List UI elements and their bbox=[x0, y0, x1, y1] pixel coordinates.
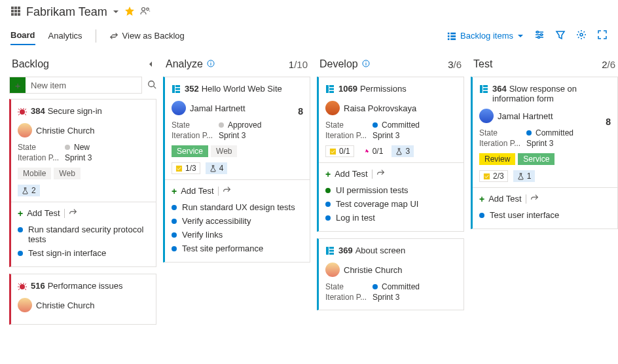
card-384[interactable]: 384Secure sign-in Christie Church StateN… bbox=[9, 99, 156, 267]
team-name[interactable]: Fabrikam Team bbox=[26, 5, 107, 19]
test-item[interactable]: Verify links bbox=[172, 228, 303, 242]
card-516[interactable]: 516Performance issues Christie Church bbox=[9, 274, 156, 325]
info-icon[interactable] bbox=[207, 58, 215, 70]
field-label: Iteration P... bbox=[325, 293, 373, 302]
settings-sliders-icon[interactable] bbox=[534, 29, 545, 42]
test-status-dot bbox=[172, 246, 177, 251]
tag[interactable]: Service bbox=[172, 145, 208, 157]
state-value: Committed bbox=[382, 282, 420, 291]
test-status-dot bbox=[479, 213, 484, 218]
card-1069[interactable]: 1069Permissions Raisa Pokrovskaya StateC… bbox=[317, 77, 464, 232]
assignee[interactable]: Christie Church bbox=[325, 263, 457, 277]
tag[interactable]: Review bbox=[479, 153, 515, 165]
test-item[interactable]: Test sign-in interface bbox=[18, 246, 149, 260]
effort-badge: 8 bbox=[606, 117, 611, 127]
collapse-icon[interactable] bbox=[147, 58, 154, 70]
field-label: State bbox=[479, 128, 526, 137]
test-item[interactable]: Run standard UX design tests bbox=[172, 200, 303, 214]
test-count-chip[interactable]: 2 bbox=[18, 185, 40, 196]
assignee-name: Jamal Hartnett bbox=[190, 103, 245, 113]
svg-rect-8 bbox=[18, 13, 20, 16]
card-title-text: 352Hello World Web Site bbox=[185, 84, 282, 94]
favorite-star-icon[interactable] bbox=[124, 6, 135, 18]
assignee[interactable]: Jamal Hartnett bbox=[479, 109, 611, 123]
card-364[interactable]: 364Slow response on information form 8 J… bbox=[471, 77, 618, 229]
state-dot bbox=[526, 130, 532, 136]
test-item[interactable]: Verify accessibility bbox=[172, 214, 303, 228]
search-icon[interactable] bbox=[147, 80, 156, 91]
tag[interactable]: Web bbox=[211, 145, 237, 157]
team-members-icon[interactable] bbox=[140, 6, 151, 18]
test-item[interactable]: UI permission tests bbox=[325, 183, 457, 197]
task-chip[interactable]: 1/3 bbox=[172, 162, 200, 174]
test-item[interactable]: Test site performance bbox=[172, 242, 303, 255]
add-test-button[interactable]: +Add Test bbox=[172, 185, 303, 196]
tag[interactable]: Service bbox=[518, 153, 554, 165]
svg-rect-41 bbox=[483, 85, 488, 87]
info-icon[interactable] bbox=[362, 58, 370, 70]
effort-badge: 8 bbox=[298, 106, 303, 117]
task-chip[interactable]: 2/3 bbox=[479, 170, 508, 182]
add-test-button[interactable]: +Add Test bbox=[479, 193, 611, 204]
view-as-backlog[interactable]: View as Backlog bbox=[109, 31, 185, 41]
arrows-icon[interactable] bbox=[530, 193, 539, 204]
task-chip[interactable]: 0/1 bbox=[325, 145, 354, 157]
test-item[interactable]: Test user interface bbox=[479, 208, 611, 222]
column-counter: 1/10 bbox=[289, 59, 308, 70]
test-status-dot bbox=[18, 227, 23, 232]
flask-chip[interactable]: 3 bbox=[391, 145, 414, 157]
separator bbox=[96, 29, 96, 43]
view-as-label: View as Backlog bbox=[122, 31, 185, 41]
bug-icon bbox=[18, 106, 27, 118]
svg-rect-12 bbox=[448, 35, 450, 37]
assignee[interactable]: Jamal Hartnett bbox=[172, 101, 303, 115]
svg-rect-32 bbox=[329, 85, 334, 87]
arrows-icon[interactable] bbox=[223, 185, 232, 196]
card-352[interactable]: 352Hello World Web Site 8 Jamal Hartnett… bbox=[163, 77, 310, 263]
svg-rect-13 bbox=[448, 38, 450, 40]
svg-point-18 bbox=[541, 34, 543, 36]
column-test: Test 2/6 364Slow response on information… bbox=[471, 54, 618, 331]
state-dot bbox=[219, 122, 224, 128]
assignee[interactable]: Christie Church bbox=[18, 123, 149, 137]
tag[interactable]: Web bbox=[54, 168, 80, 179]
svg-rect-43 bbox=[483, 91, 488, 93]
state-value: Committed bbox=[382, 120, 420, 130]
test-item[interactable]: Test coverage map UI bbox=[325, 197, 457, 211]
pbi-icon bbox=[325, 84, 335, 96]
avatar bbox=[18, 298, 32, 312]
add-test-button[interactable]: +Add Test bbox=[325, 168, 457, 179]
pin-chip[interactable]: 0/1 bbox=[359, 146, 387, 156]
new-item-button[interactable]: + New item bbox=[9, 77, 142, 94]
state-dot bbox=[373, 122, 378, 128]
flask-icon bbox=[395, 148, 403, 155]
card-title-text: 1069Permissions bbox=[338, 84, 407, 94]
assignee-name: Christie Church bbox=[36, 126, 95, 136]
flask-icon bbox=[209, 165, 217, 172]
task-icon bbox=[175, 165, 183, 172]
add-test-button[interactable]: +Add Test bbox=[18, 208, 149, 219]
filter-icon[interactable] bbox=[555, 29, 566, 42]
arrows-icon[interactable] bbox=[69, 208, 78, 219]
assignee[interactable]: Raisa Pokrovskaya bbox=[325, 101, 457, 115]
team-dropdown-icon[interactable] bbox=[113, 7, 119, 17]
gear-icon[interactable] bbox=[576, 29, 587, 42]
test-item[interactable]: Log in test bbox=[325, 211, 457, 225]
tab-board[interactable]: Board bbox=[10, 26, 35, 45]
task-icon bbox=[329, 148, 336, 155]
field-label: Iteration P... bbox=[479, 139, 526, 148]
arrows-icon[interactable] bbox=[376, 168, 386, 179]
flask-chip[interactable]: 1 bbox=[513, 170, 536, 182]
tag[interactable]: Mobile bbox=[18, 168, 51, 179]
iteration-value: Sprint 3 bbox=[65, 153, 92, 162]
assignee[interactable]: Christie Church bbox=[18, 298, 149, 312]
grid-icon bbox=[10, 6, 21, 18]
card-369[interactable]: 369About screen Christie Church StateCom… bbox=[317, 238, 464, 310]
backlog-level-dropdown[interactable]: Backlog items bbox=[447, 31, 524, 41]
flask-chip[interactable]: 4 bbox=[206, 162, 228, 174]
svg-rect-38 bbox=[329, 250, 334, 252]
tab-analytics[interactable]: Analytics bbox=[48, 27, 82, 45]
assignee-name: Christie Church bbox=[36, 300, 95, 310]
test-item[interactable]: Run standard security protocol tests bbox=[18, 223, 149, 246]
fullscreen-icon[interactable] bbox=[597, 29, 608, 42]
